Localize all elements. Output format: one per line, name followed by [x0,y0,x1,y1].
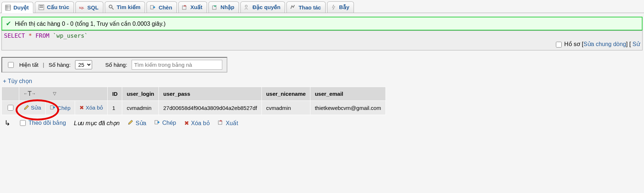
tab-label: Duyệt [13,4,29,11]
col-user-nicename[interactable]: user_nicename [261,87,310,101]
svg-line-9 [112,8,113,9]
filter-label: Số hàng: [105,62,127,68]
table-header-row: ← T → ▽ ID user_login user_pass user_nic… [2,87,386,101]
check-all-label[interactable]: Theo dõi bảng [18,119,66,127]
row-edit-link[interactable]: Sửa [24,104,41,111]
cell-user-email: thietkewebcvm@gmail.com [310,101,386,115]
options-link[interactable]: + Tùy chọn [3,78,32,85]
sort-arrows-icon[interactable]: ← T → ▽ [24,91,55,96]
triggers-icon [330,4,337,11]
table-row: Sửa Chép ✖ Xóa bỏ 1 cvmadmin 27d00658d4f… [2,101,386,115]
sql-query-text: SELECT * FROM `wp_users` [4,32,640,39]
privileges-icon [244,4,250,11]
svg-rect-0 [5,5,11,10]
tab-search[interactable]: Tìm kiếm [105,1,145,13]
tab-insert[interactable]: Chèn [146,1,177,13]
cell-user-login: cvmadmin [122,101,159,115]
sql-query-box: SELECT * FROM `wp_users` Hồ sơ [Sửa chun… [1,30,643,50]
tab-label: Thao tác [298,4,321,11]
show-all-label: Hiện tất [19,62,38,68]
filter-input[interactable] [132,60,222,70]
tab-import[interactable]: Nhập [209,1,239,13]
footer-delete-link[interactable]: ✖ Xóa bỏ [184,120,210,127]
tab-label: Đặc quyền [252,4,280,11]
tab-operations[interactable]: Thao tác [286,1,326,13]
svg-rect-6 [40,7,43,8]
check-icon: ✔ [6,20,11,28]
row-checkbox[interactable] [8,105,13,111]
footer-export-link[interactable]: Xuất [218,119,238,127]
import-icon [212,4,218,11]
tab-label: Chèn [158,4,172,11]
export-icon [218,119,224,127]
operations-icon [290,4,296,11]
col-user-pass[interactable]: user_pass [159,87,262,101]
cell-user-pass: 27d00658d4f904a3809d04a2eb8527df [159,101,262,115]
rows-select[interactable]: 25 [75,60,92,69]
col-user-email[interactable]: user_email [310,87,386,101]
tab-sql[interactable]: SQL SQL [75,1,103,13]
search-icon [108,4,115,11]
insert-icon [150,4,156,11]
insert-icon [50,104,56,111]
col-user-login[interactable]: user_login [122,87,159,101]
check-all-checkbox[interactable] [20,120,26,126]
delete-icon: ✖ [184,120,189,127]
svg-text:SQL: SQL [79,7,84,9]
svg-point-8 [109,5,112,8]
delete-icon: ✖ [79,104,84,111]
with-selected-label: Lưu mục đã chọn [74,120,120,127]
results-table: ← T → ▽ ID user_login user_pass user_nic… [1,87,386,115]
profile-checkbox[interactable] [556,42,562,48]
table-icon [5,4,11,11]
tab-structure[interactable]: Cấu trúc [35,1,74,13]
tab-label: Cấu trúc [47,4,69,11]
tab-label: Tìm kiếm [117,4,141,11]
edit-inline-link[interactable]: Sửa chung dòng [583,41,626,47]
tab-export[interactable]: Xuất [178,1,207,13]
svg-rect-10 [150,5,153,9]
edit-more-link[interactable]: Sử [632,41,640,47]
check-all-arrow-icon: ↳ [4,119,11,127]
export-icon [182,4,188,11]
toolbar-separator: | [43,62,44,68]
svg-rect-16 [50,106,53,109]
toolbar-box: Hiện tất | Số hàng: 25 Số hàng: [1,57,227,73]
row-copy-link[interactable]: Chép [50,104,70,111]
sql-meta-bar: Hồ sơ [Sửa chung dòng] [ Sử [4,41,640,49]
svg-rect-19 [155,120,158,124]
row-delete-link[interactable]: ✖ Xóa bỏ [79,104,103,111]
tab-label: Nhập [220,4,234,11]
svg-point-15 [245,5,247,7]
tab-triggers[interactable]: Bẫy [327,1,354,13]
results-toolbar: Hiện tất | Số hàng: 25 Số hàng: [1,57,643,73]
structure-icon [38,4,45,11]
success-message: ✔ Hiển thị các hàng 0 - 0 (tổng 1, Truy … [1,17,643,30]
insert-icon [154,119,160,127]
svg-rect-5 [40,5,43,6]
tab-label: Xuất [190,4,202,11]
profile-label: Hồ sơ [564,41,580,47]
pencil-icon [24,104,29,111]
tab-privileges[interactable]: Đặc quyền [240,1,285,13]
col-id[interactable]: ID [108,87,122,101]
footer-copy-link[interactable]: Chép [154,119,176,127]
tab-label: SQL [87,4,99,11]
cell-user-nicename: cvmadmin [261,101,310,115]
tab-label: Bẫy [339,4,349,11]
pencil-icon [128,119,133,127]
rows-label: Số hàng: [49,62,71,68]
footer-edit-link[interactable]: Sửa [128,119,146,127]
cell-id: 1 [108,101,122,115]
tabs-bar: Duyệt Cấu trúc SQL SQL Tìm kiếm Chèn Xuấ… [0,0,644,13]
success-text: Hiển thị các hàng 0 - 0 (tổng 1, Truy vấ… [15,20,165,27]
footer-actions: ↳ Theo dõi bảng Lưu mục đã chọn Sửa Chép… [4,119,643,127]
show-all-checkbox[interactable] [8,62,14,68]
sql-icon: SQL [79,4,85,11]
tab-browse[interactable]: Duyệt [1,2,33,13]
